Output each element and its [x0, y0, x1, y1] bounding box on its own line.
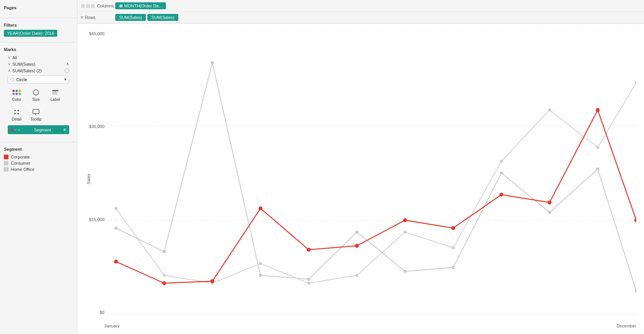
marks-circle-label: Circle [16, 77, 27, 82]
tooltip-button[interactable]: Tooltip [27, 106, 45, 123]
svg-rect-1 [52, 90, 58, 91]
svg-point-6 [14, 113, 16, 114]
svg-point-39 [596, 146, 599, 149]
svg-point-7 [17, 113, 19, 114]
svg-point-37 [500, 160, 503, 163]
home-office-swatch-icon [4, 167, 9, 172]
sidebar: Pages Filters YEAR(Order Date): 2016 Mar… [0, 0, 77, 334]
columns-pill-label: MONTH(Order Da... [124, 3, 162, 8]
color-button[interactable]: Color [8, 87, 26, 103]
marks-all-label: All [12, 55, 17, 60]
label-icon [51, 88, 60, 97]
size-button[interactable]: Size [27, 87, 45, 103]
filters-section: Filters YEAR(Order Date): 2016 [0, 20, 77, 39]
marks-sum-sales-label: SUM(Sales) [12, 62, 35, 66]
svg-point-42 [162, 281, 166, 285]
marks-circle-dropdown[interactable]: Circle ▾ [8, 75, 69, 84]
svg-marker-9 [34, 114, 37, 115]
rows-pill-1-label: SUM(Sales) [119, 15, 142, 20]
y-tick-0: $0 [85, 310, 104, 315]
segment-pill[interactable]: Segment ≡ [8, 125, 69, 134]
marks-sum-sales-2-row[interactable]: ∧ SUM(Sales) (2) [4, 67, 73, 74]
shelves: ⫼⫼⫼ Columns ▦ MONTH(Order Da... ≡ Rows S… [77, 0, 644, 24]
size-icon [32, 88, 40, 97]
circle-dropdown-icon [10, 78, 14, 82]
legend-label-home-office: Home Office [11, 167, 34, 172]
columns-text: Columns [97, 3, 114, 8]
columns-pill-icon: ▦ [119, 3, 123, 8]
marks-buttons-group2: Detail Tooltip [4, 105, 73, 124]
columns-shelf: ⫼⫼⫼ Columns ▦ MONTH(Order Da... [77, 0, 644, 12]
svg-point-43 [210, 279, 214, 283]
svg-point-52 [634, 218, 636, 222]
rows-text: Rows [85, 15, 96, 20]
legend-item-home-office: Home Office [4, 166, 73, 172]
color-icon [12, 88, 21, 97]
segment-pill-label: Segment [34, 128, 51, 132]
svg-rect-11 [4, 161, 9, 165]
svg-point-47 [403, 218, 407, 222]
legend-item-corporate: Corporate [4, 154, 73, 160]
pages-title: Pages [4, 5, 73, 10]
segment-pill-icon: ≡ [63, 127, 66, 133]
color-button-label: Color [12, 97, 21, 102]
svg-point-25 [500, 171, 503, 174]
x-label-december: December [617, 324, 636, 328]
svg-point-18 [162, 250, 166, 253]
rows-pill-1[interactable]: SUM(Sales) [115, 14, 146, 21]
y-tick-15000: $15,000 [85, 217, 104, 222]
svg-point-23 [403, 270, 407, 273]
svg-point-50 [548, 201, 552, 204]
marks-sum-sales-row[interactable]: ∨ SUM(Sales) ∧ [4, 61, 73, 67]
rows-label-area: ≡ Rows [80, 14, 115, 20]
rows-shelf: ≡ Rows SUM(Sales) SUM(Sales) [77, 12, 644, 23]
marks-sum-sales-2-label: SUM(Sales) (2) [12, 68, 42, 73]
marks-section: Marks ∨ All ∨ SUM(Sales) ∧ ∧ SUM(Sales) … [0, 45, 77, 139]
dropdown-arrow-icon: ▾ [64, 77, 67, 82]
svg-point-17 [114, 227, 118, 230]
svg-point-24 [452, 266, 455, 269]
main-area: ⫼⫼⫼ Columns ▦ MONTH(Order Da... ≡ Rows S… [77, 0, 644, 334]
line-chart [104, 31, 636, 315]
svg-point-26 [548, 211, 551, 214]
svg-point-41 [114, 259, 118, 263]
marks-sum-sales-2-icon [65, 68, 69, 73]
svg-point-5 [17, 110, 19, 111]
svg-rect-10 [4, 155, 9, 159]
columns-pill[interactable]: ▦ MONTH(Order Da... [115, 2, 166, 9]
svg-point-20 [259, 274, 262, 277]
svg-rect-3 [52, 94, 58, 94]
svg-point-32 [259, 262, 262, 265]
x-axis-labels: January December [104, 324, 636, 328]
svg-point-29 [114, 207, 118, 210]
marks-buttons-group: Color Size Label [4, 85, 73, 105]
consumer-swatch-icon [4, 161, 9, 165]
svg-rect-8 [33, 109, 39, 114]
filter-badge[interactable]: YEAR(Order Date): 2016 [4, 30, 57, 37]
detail-icon [12, 108, 21, 116]
pages-section: Pages [0, 3, 77, 15]
svg-point-44 [259, 206, 263, 210]
label-button[interactable]: Label [46, 87, 64, 103]
y-tick-30000: $30,000 [85, 124, 104, 129]
corporate-swatch-icon [4, 155, 9, 159]
svg-point-19 [211, 61, 214, 64]
filters-title: Filters [4, 23, 73, 27]
svg-point-0 [33, 90, 39, 95]
tooltip-icon [32, 108, 40, 116]
marks-title: Marks [4, 47, 73, 52]
legend-label-consumer: Consumer [11, 161, 31, 165]
rows-pill-2-label: SUM(Sales) [151, 15, 174, 20]
home-office-line [116, 82, 636, 283]
marks-sum-sales-arrow: ∧ [66, 61, 69, 66]
detail-button[interactable]: Detail [8, 106, 26, 123]
marks-all-row[interactable]: ∨ All [4, 54, 73, 61]
svg-point-38 [548, 109, 551, 112]
legend-label-corporate: Corporate [11, 155, 30, 159]
rows-pill-2[interactable]: SUM(Sales) [147, 14, 178, 21]
svg-rect-2 [52, 92, 57, 93]
y-tick-45000: $45,000 [85, 31, 104, 36]
svg-point-36 [452, 246, 455, 249]
chart-area: Sales $45,000 $30,000 $15,000 $0 [77, 24, 644, 334]
svg-point-48 [451, 226, 455, 230]
